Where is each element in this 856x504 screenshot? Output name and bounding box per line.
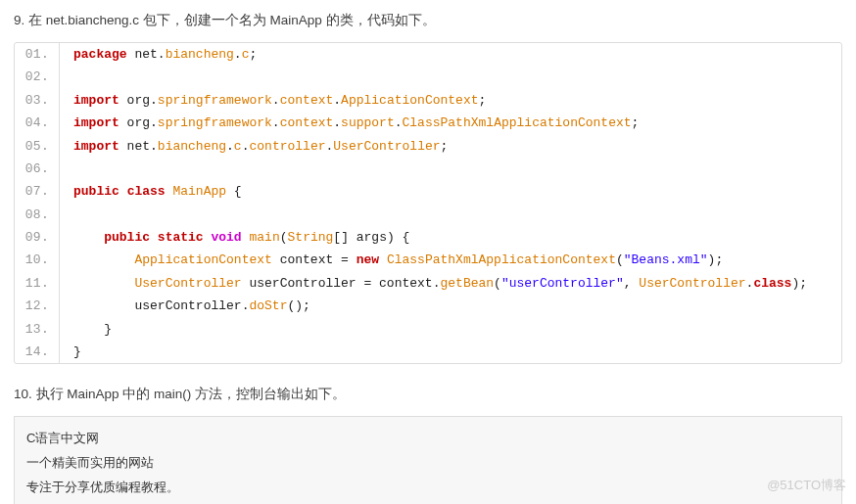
code-line: 01.package net.biancheng.c; <box>15 43 841 66</box>
line-code: public class MainApp { <box>60 180 242 203</box>
line-number: 08. <box>15 204 60 226</box>
code-line: 08. <box>15 204 841 226</box>
console-output: C语言中文网一个精美而实用的网站专注于分享优质编程教程。 <box>14 416 842 504</box>
code-line: 10. ApplicationContext context = new Cla… <box>15 249 841 271</box>
code-line: 12. userController.doStr(); <box>15 295 841 317</box>
line-number: 05. <box>15 135 60 158</box>
step-10-heading: 10. 执行 MainApp 中的 main() 方法，控制台输出如下。 <box>14 384 842 406</box>
line-number: 14. <box>15 341 60 363</box>
code-line: 02. <box>15 66 841 88</box>
code-line: 06. <box>15 158 841 180</box>
line-number: 03. <box>15 89 60 112</box>
line-number: 13. <box>15 318 60 341</box>
line-code: import org.springframework.context.suppo… <box>60 112 639 134</box>
line-code: ApplicationContext context = new ClassPa… <box>60 249 723 271</box>
line-number: 06. <box>15 158 60 180</box>
code-line: 03.import org.springframework.context.Ap… <box>15 89 841 112</box>
line-number: 07. <box>15 180 60 203</box>
line-code: } <box>60 341 81 363</box>
code-line: 05.import net.biancheng.c.controller.Use… <box>15 135 841 158</box>
line-number: 09. <box>15 226 60 249</box>
line-number: 01. <box>15 43 60 66</box>
line-number: 02. <box>15 66 60 88</box>
line-code: } <box>60 318 112 341</box>
line-code: import net.biancheng.c.controller.UserCo… <box>60 135 448 158</box>
output-line: C语言中文网 <box>26 427 830 451</box>
line-number: 04. <box>15 112 60 134</box>
code-line: 14.} <box>15 341 841 363</box>
code-line: 09. public static void main(String[] arg… <box>15 226 841 249</box>
code-line: 11. UserController userController = cont… <box>15 272 841 295</box>
line-code: package net.biancheng.c; <box>60 43 257 66</box>
line-code: UserController userController = context.… <box>60 272 807 295</box>
code-block-mainapp: 01.package net.biancheng.c;02.03.import … <box>14 42 842 364</box>
watermark: @51CTO博客 <box>767 477 846 494</box>
output-line: 专注于分享优质编程教程。 <box>26 476 830 500</box>
output-line: 一个精美而实用的网站 <box>26 451 830 476</box>
step-9-heading: 9. 在 net.biancheng.c 包下，创建一个名为 MainApp 的… <box>14 10 842 32</box>
line-code: userController.doStr(); <box>60 295 310 317</box>
line-number: 12. <box>15 295 60 317</box>
line-number: 10. <box>15 249 60 271</box>
code-line: 04.import org.springframework.context.su… <box>15 112 841 134</box>
line-number: 11. <box>15 272 60 295</box>
code-line: 13. } <box>15 318 841 341</box>
line-code: public static void main(String[] args) { <box>60 226 409 249</box>
code-line: 07.public class MainApp { <box>15 180 841 203</box>
line-code: import org.springframework.context.Appli… <box>60 89 486 112</box>
